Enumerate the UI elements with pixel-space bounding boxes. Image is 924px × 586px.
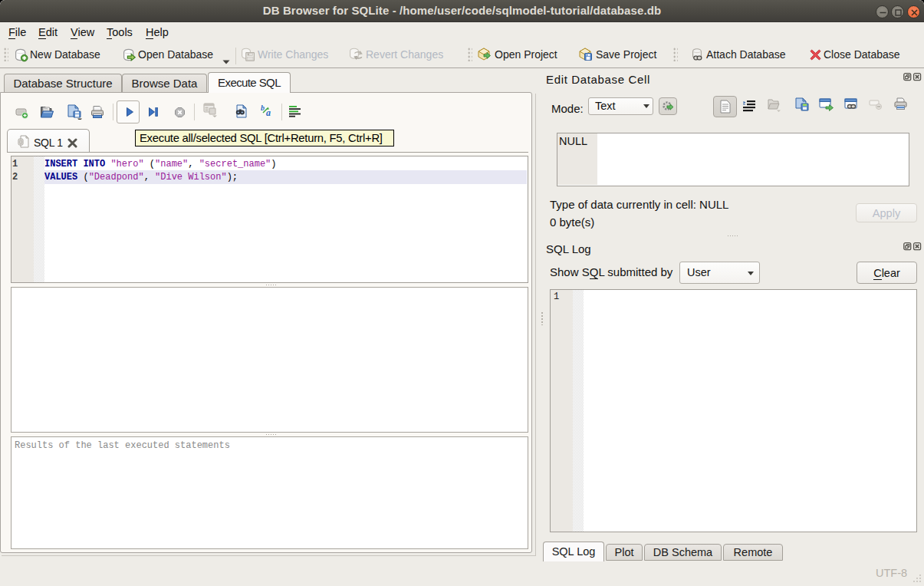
svg-text:b: b <box>261 104 265 112</box>
